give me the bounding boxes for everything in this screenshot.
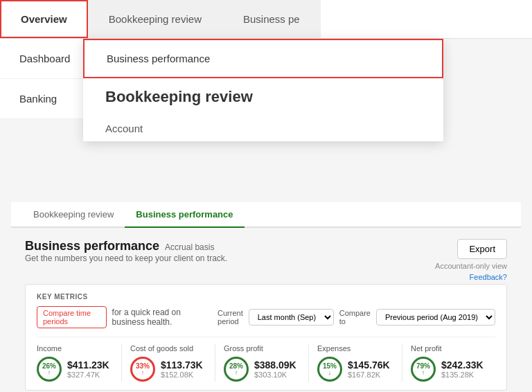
metric-value-row: 33% ↑ $113.73K $152.08K <box>130 357 206 382</box>
sub-tab-business-performance-label: Business performance <box>136 209 233 220</box>
current-period-select[interactable]: Last month (Sep) <box>249 309 334 326</box>
metric-main-value: $145.76K <box>348 359 390 371</box>
metric-value-row: 26% ↑ $411.23K $327.47K <box>37 357 113 382</box>
dropdown-row-business-performance: Business performance <box>83 39 443 78</box>
metric-circle: 26% ↑ <box>37 357 62 382</box>
metric-label: Net profit <box>411 344 487 353</box>
metric-secondary-value: $152.08K <box>161 371 203 379</box>
dropdown-item-business-performance[interactable]: Business performance <box>83 39 443 78</box>
metric-item: Income 26% ↑ $411.23K $327.47K <box>37 344 122 382</box>
page-title-row: Business performance Accrual basis <box>25 239 227 253</box>
metric-secondary-value: $303.10K <box>254 371 296 379</box>
sidebar-banking-label: Banking <box>19 93 57 105</box>
metric-main-value: $242.33K <box>441 359 484 371</box>
key-metrics-label: KEY METRICS <box>37 293 495 301</box>
metric-pct: 15% <box>323 363 337 370</box>
metric-main-value: $113.73K <box>161 359 203 371</box>
period-selectors: Current period Last month (Sep) Compare … <box>218 309 495 326</box>
page-header: Business performance Accrual basis Get t… <box>25 239 507 281</box>
metric-circle: 28% ↑ <box>224 357 249 382</box>
metric-value-row: 28% ↑ $388.09K $303.10K <box>224 357 300 382</box>
top-nav: Overview Bookkeeping review Business pe <box>0 0 532 39</box>
metric-secondary-value: $167.82K <box>348 371 390 379</box>
metric-item: Net profit 79% ↑ $242.33K $135.28K <box>402 344 495 382</box>
export-section: Export Accountant-only view Feedback? <box>435 239 507 281</box>
main-content: Business performance Accrual basis Get t… <box>11 228 521 392</box>
sub-tab-business-performance[interactable]: Business performance <box>125 202 244 228</box>
nav-business-pe-label: Business pe <box>243 13 300 25</box>
page-basis: Accrual basis <box>165 242 214 252</box>
current-period-label: Current period <box>218 309 243 326</box>
metric-label: Income <box>37 344 113 353</box>
page-description: Get the numbers you need to keep your cl… <box>25 253 227 263</box>
compare-text: for a quick read on business health. <box>112 308 213 327</box>
metric-amounts: $388.09K $303.10K <box>254 359 296 379</box>
metric-amounts: $242.33K $135.28K <box>441 359 484 379</box>
metric-arrow: ↑ <box>235 370 238 376</box>
metric-item: Cost of goods sold 33% ↑ $113.73K $152.0… <box>122 344 215 382</box>
metric-circle: 79% ↑ <box>411 357 436 382</box>
dropdown-panel: Business performance Bookkeeping review … <box>83 39 443 141</box>
metric-amounts: $145.76K $167.82K <box>348 359 390 379</box>
metric-arrow: ↓ <box>328 370 332 376</box>
compare-row: Compare time periods for a quick read on… <box>37 306 495 328</box>
nav-item-bookkeeping[interactable]: Bookkeeping review <box>88 0 222 38</box>
metric-main-value: $411.23K <box>67 359 109 371</box>
page-title-section: Business performance Accrual basis Get t… <box>25 239 227 271</box>
accountant-only-label: Accountant-only view <box>435 262 507 270</box>
nav-bookkeeping-label: Bookkeeping review <box>109 13 202 25</box>
metric-circle: 33% ↑ <box>130 357 155 382</box>
metric-label: Cost of goods sold <box>130 344 206 353</box>
export-button[interactable]: Export <box>457 239 507 259</box>
compare-to-label: Compare to <box>339 309 371 326</box>
metric-value-row: 79% ↑ $242.33K $135.28K <box>411 357 487 382</box>
metric-secondary-value: $327.47K <box>67 371 109 379</box>
metric-label: Expenses <box>317 344 393 353</box>
metric-arrow: ↑ <box>48 370 51 376</box>
metric-label: Gross profit <box>224 344 300 353</box>
metric-item: Gross profit 28% ↑ $388.09K $303.10K <box>215 344 309 382</box>
dropdown-bookkeeping-review-label: Bookkeeping review <box>105 88 253 105</box>
metrics-items: Income 26% ↑ $411.23K $327.47K Cost of g… <box>37 337 495 382</box>
metric-value-row: 15% ↓ $145.76K $167.82K <box>317 357 393 382</box>
nav-item-overview[interactable]: Overview <box>0 0 88 38</box>
sub-tab-bookkeeping-review[interactable]: Bookkeeping review <box>22 202 125 226</box>
metric-secondary-value: $135.28K <box>441 371 484 379</box>
metrics-card: KEY METRICS Compare time periods for a q… <box>25 284 507 391</box>
metric-pct: 33% <box>136 363 150 370</box>
dropdown-item-account[interactable]: Account <box>83 116 443 141</box>
metric-item: Expenses 15% ↓ $145.76K $167.82K <box>309 344 402 382</box>
compare-time-periods-tag[interactable]: Compare time periods <box>37 306 107 328</box>
sidebar-dashboard-label: Dashboard <box>19 53 70 64</box>
metric-amounts: $113.73K $152.08K <box>161 359 203 379</box>
metric-main-value: $388.09K <box>254 359 296 371</box>
metric-amounts: $411.23K $327.47K <box>67 359 109 379</box>
metric-arrow: ↑ <box>141 370 145 376</box>
sub-tab-bar: Bookkeeping review Business performance <box>11 202 521 228</box>
nav-overview-label: Overview <box>21 13 67 25</box>
sub-tab-bookkeeping-label: Bookkeeping review <box>33 209 114 220</box>
dropdown-business-performance-label: Business performance <box>107 53 210 64</box>
metric-circle: 15% ↓ <box>317 357 342 382</box>
nav-item-business-pe[interactable]: Business pe <box>222 0 321 38</box>
compare-to-select[interactable]: Previous period (Aug 2019) <box>376 309 495 326</box>
metric-arrow: ↑ <box>422 370 425 376</box>
dropdown-account-label: Account <box>105 123 143 134</box>
metric-pct: 28% <box>229 363 243 370</box>
metric-pct: 79% <box>416 363 430 370</box>
page-title: Business performance <box>25 239 159 253</box>
feedback-link[interactable]: Feedback? <box>470 273 507 281</box>
metric-pct: 26% <box>42 363 56 370</box>
dropdown-item-bookkeeping-review[interactable]: Bookkeeping review <box>83 78 443 116</box>
